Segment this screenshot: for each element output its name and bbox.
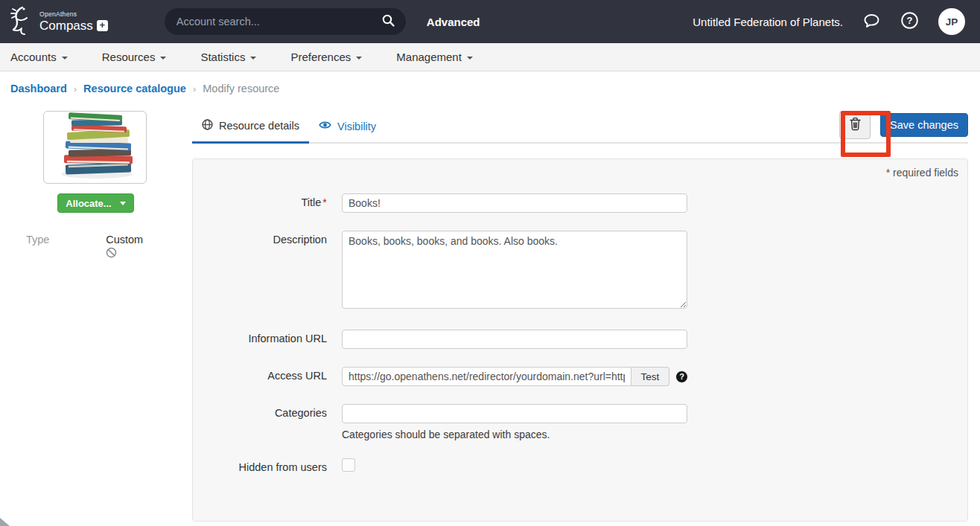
resource-summary-column: Allocate... Type Custom: [10, 105, 192, 522]
tab-visibility-label: Visibility: [337, 121, 376, 132]
resource-actions: Save changes: [839, 111, 968, 139]
no-symbol-icon: [106, 247, 192, 260]
breadcrumb-dashboard[interactable]: Dashboard: [10, 83, 67, 94]
breadcrumb-current-page: Modify resource: [203, 83, 279, 94]
books-stack-image: [49, 112, 141, 183]
breadcrumb-resource-catalogue[interactable]: Resource catalogue: [83, 83, 186, 94]
question-circle-icon[interactable]: ?: [676, 371, 687, 382]
required-fields-note: * required fields: [202, 167, 958, 179]
caret-down-icon: [356, 57, 362, 60]
menu-management-label: Management: [396, 51, 462, 63]
user-avatar[interactable]: JP: [938, 8, 965, 35]
resource-details-panel: * required fields Title* Description: [192, 158, 968, 522]
tab-resource-details-label: Resource details: [219, 120, 299, 132]
brand-text: OpenAthens Compass +: [39, 11, 108, 32]
required-asterisk: *: [322, 196, 327, 208]
caret-down-icon: [250, 57, 256, 60]
globe-icon: [202, 119, 213, 132]
menu-accounts[interactable]: Accounts: [10, 51, 68, 63]
main-menu-bar: Accounts Resources Statistics Preference…: [0, 43, 980, 71]
corner-widget-peek: [0, 518, 10, 526]
breadcrumb-separator: ›: [74, 83, 77, 94]
information-url-input[interactable]: [342, 330, 687, 349]
tab-visibility[interactable]: Visibility: [309, 120, 386, 142]
top-navigation-bar: OpenAthens Compass + Advanced Untit: [0, 0, 980, 43]
type-value: Custom: [106, 234, 192, 246]
modify-resource-page: OpenAthens Compass + Advanced Untit: [0, 0, 980, 526]
resource-thumbnail: [43, 111, 147, 184]
menu-resources-label: Resources: [102, 51, 156, 63]
search-button[interactable]: [380, 12, 397, 31]
openathens-compass-logo[interactable]: OpenAthens Compass +: [9, 4, 108, 39]
resource-type-block: Type Custom: [26, 234, 192, 260]
advanced-search-link[interactable]: Advanced: [427, 16, 480, 28]
type-label: Type: [26, 234, 98, 246]
account-search-box: [165, 8, 406, 35]
menu-statistics[interactable]: Statistics: [200, 51, 256, 63]
resource-editor-column: Resource details Visibility: [192, 105, 968, 522]
search-icon: [381, 13, 395, 30]
delete-resource-button[interactable]: [839, 111, 871, 139]
categories-row: Categories Categories should be separate…: [202, 404, 958, 440]
test-url-button[interactable]: Test: [631, 367, 670, 386]
save-changes-button[interactable]: Save changes: [880, 113, 968, 137]
title-label: Title*: [202, 193, 342, 213]
menu-statistics-label: Statistics: [200, 51, 245, 63]
categories-label: Categories: [202, 404, 342, 440]
hidden-from-users-label: Hidden from users: [202, 458, 342, 473]
hidden-from-users-checkbox[interactable]: [342, 458, 355, 472]
help-circle-icon: ?: [900, 11, 919, 32]
title-row: Title*: [202, 193, 958, 213]
access-url-row: Access URL Test ?: [202, 367, 958, 386]
organisation-name: Untitled Federation of Planets.: [693, 16, 843, 28]
caret-down-icon: [120, 202, 126, 205]
menu-management[interactable]: Management: [396, 51, 473, 63]
description-label: Description: [202, 231, 342, 312]
menu-preferences-label: Preferences: [290, 51, 351, 63]
openathens-sprig-icon: [9, 4, 34, 39]
menu-preferences[interactable]: Preferences: [290, 51, 362, 63]
resource-details-form: Title* Description Books, books, books, …: [202, 193, 958, 473]
trash-icon: [849, 117, 862, 133]
search-input[interactable]: [176, 16, 380, 28]
chat-button[interactable]: [862, 12, 881, 32]
caret-down-icon: [467, 57, 473, 60]
information-url-label: Information URL: [202, 330, 342, 349]
categories-input[interactable]: [342, 404, 687, 423]
svg-text:?: ?: [907, 15, 913, 26]
access-url-label: Access URL: [202, 367, 342, 386]
information-url-row: Information URL: [202, 330, 958, 349]
allocate-label: Allocate...: [66, 198, 111, 209]
help-button[interactable]: ?: [900, 11, 919, 32]
breadcrumb-separator: ›: [193, 83, 196, 94]
categories-help-text: Categories should be separated with spac…: [342, 429, 687, 440]
breadcrumb: Dashboard › Resource catalogue › Modify …: [0, 71, 980, 105]
menu-resources[interactable]: Resources: [102, 51, 167, 63]
tab-bar: Resource details Visibility: [192, 105, 968, 144]
menu-accounts-label: Accounts: [10, 51, 57, 63]
description-row: Description Books, books, books, and boo…: [202, 231, 958, 312]
content-area: Allocate... Type Custom: [0, 105, 980, 522]
topbar-right-group: Untitled Federation of Planets. ? JP: [693, 8, 965, 35]
caret-down-icon: [160, 57, 166, 60]
title-input[interactable]: [342, 193, 687, 213]
description-textarea[interactable]: Books, books, books, and books. Also boo…: [342, 231, 687, 309]
caret-down-icon: [62, 57, 68, 60]
plus-badge-icon: +: [97, 20, 108, 31]
tab-resource-details[interactable]: Resource details: [192, 119, 309, 144]
hidden-from-users-row: Hidden from users: [202, 458, 958, 473]
eye-icon: [319, 120, 331, 132]
access-url-input[interactable]: [342, 367, 631, 386]
chat-bubble-icon: [862, 12, 881, 32]
brand-name-bottom: Compass: [39, 19, 93, 32]
allocate-dropdown-button[interactable]: Allocate...: [57, 193, 134, 213]
brand-name-top: OpenAthens: [39, 11, 108, 18]
